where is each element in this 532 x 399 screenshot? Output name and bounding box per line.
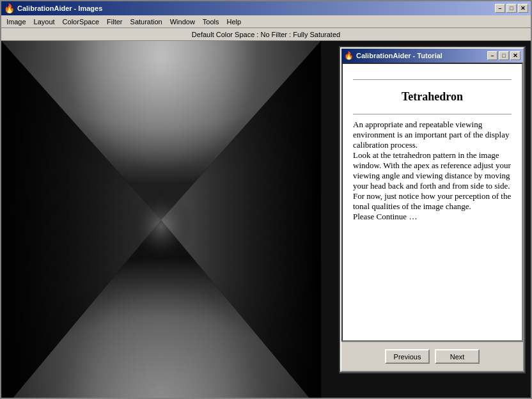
menu-image[interactable]: Image — [3, 17, 30, 27]
menu-colorspace[interactable]: ColorSpace — [59, 17, 103, 27]
menu-help[interactable]: Help — [223, 17, 246, 27]
menu-layout[interactable]: Layout — [30, 17, 59, 27]
main-title-bar: 🔥 CalibrationAider - Images – □ ✕ — [1, 1, 531, 15]
heading-divider — [353, 114, 512, 114]
menu-bar: Image Layout ColorSpace Filter Saturatio… — [1, 15, 531, 28]
main-maximize-button[interactable]: □ — [506, 4, 517, 13]
main-title-buttons: – □ ✕ — [495, 4, 528, 13]
main-window-title: CalibrationAider - Images — [17, 4, 102, 12]
app-icon: 🔥 — [4, 3, 15, 14]
menu-saturation[interactable]: Saturation — [127, 17, 166, 27]
tutorial-title-left: 🔥 CalibrationAider - Tutorial — [344, 51, 442, 61]
tutorial-close-button[interactable]: ✕ — [510, 51, 520, 60]
tutorial-paragraph-3: Please Continue … — [353, 212, 512, 222]
status-text: Default Color Space : No Filter : Fully … — [192, 31, 340, 38]
tutorial-paragraph-1: An appropriate and repeatable viewing en… — [353, 120, 512, 150]
tutorial-maximize-button[interactable]: □ — [499, 51, 509, 60]
main-window: 🔥 CalibrationAider - Images – □ ✕ Image … — [0, 0, 532, 399]
tutorial-title-bar: 🔥 CalibrationAider - Tutorial – □ ✕ — [341, 49, 523, 63]
tutorial-title-buttons: – □ ✕ — [487, 51, 520, 60]
tutorial-paragraph-2: Look at the tetrahedron pattern in the i… — [353, 150, 512, 212]
main-close-button[interactable]: ✕ — [518, 4, 528, 13]
top-divider — [353, 79, 512, 80]
tutorial-dialog: 🔥 CalibrationAider - Tutorial – □ ✕ Tetr… — [340, 47, 524, 372]
main-minimize-button[interactable]: – — [495, 4, 505, 13]
menu-window[interactable]: Window — [166, 17, 199, 27]
tutorial-body[interactable]: Tetrahedron An appropriate and repeatabl… — [341, 63, 523, 341]
tutorial-footer: Previous Next — [341, 341, 523, 371]
tutorial-heading: Tetrahedron — [353, 90, 512, 104]
title-bar-left: 🔥 CalibrationAider - Images — [4, 3, 102, 14]
content-area: 🔥 CalibrationAider - Tutorial – □ ✕ Tetr… — [1, 41, 531, 398]
tutorial-dialog-outer: 🔥 CalibrationAider - Tutorial – □ ✕ Tetr… — [339, 46, 526, 373]
tutorial-app-icon: 🔥 — [344, 51, 354, 61]
menu-filter[interactable]: Filter — [103, 17, 126, 27]
next-button[interactable]: Next — [435, 349, 480, 364]
tutorial-title-text: CalibrationAider - Tutorial — [356, 52, 442, 59]
svg-rect-13 — [1, 41, 321, 398]
tutorial-minimize-button[interactable]: – — [487, 51, 497, 60]
menu-tools[interactable]: Tools — [199, 17, 223, 27]
previous-button[interactable]: Previous — [385, 349, 430, 364]
status-bar: Default Color Space : No Filter : Fully … — [1, 28, 531, 41]
